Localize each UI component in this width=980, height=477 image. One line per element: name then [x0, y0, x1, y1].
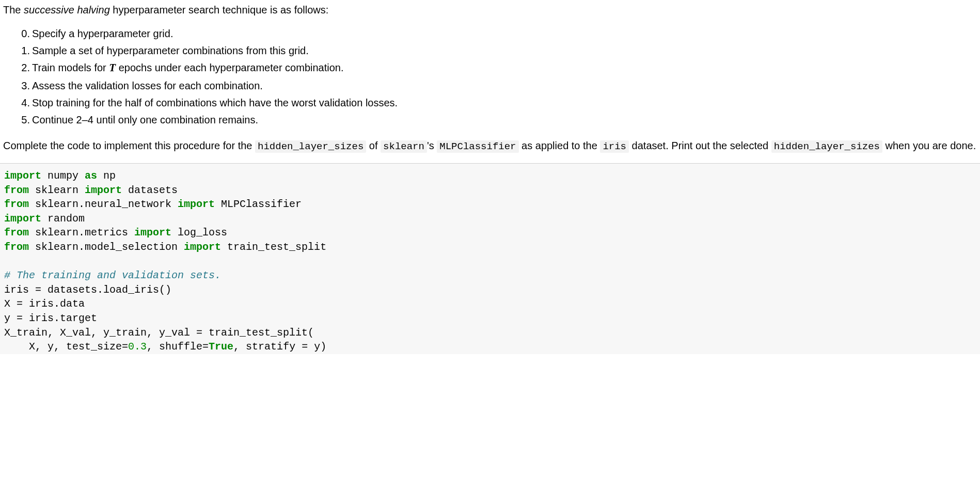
step-item: Continue 2–4 until only one combination …: [32, 112, 977, 128]
keyword: import: [85, 184, 122, 196]
code-text: sklearn.metrics: [29, 227, 134, 239]
step-text: Assess the validation losses for each co…: [32, 80, 263, 91]
text: hyperparameter search technique is as fo…: [110, 4, 329, 15]
code-text: sklearn.neural_network: [29, 198, 178, 210]
code-text: , shuffle=: [147, 341, 209, 353]
code-text: random: [41, 213, 85, 225]
keyword: import: [178, 198, 215, 210]
text: 's: [427, 140, 437, 151]
text: dataset. Print out the selected: [629, 140, 771, 151]
code-line: X_train, X_val, y_train, y_val = train_t…: [4, 327, 314, 339]
step-text: Train models for: [32, 62, 109, 73]
code-text: numpy: [41, 170, 85, 182]
step-text: Specify a hyperparameter grid.: [32, 28, 173, 39]
keyword: as: [85, 170, 97, 182]
text: of: [366, 140, 381, 151]
inline-code: hidden_layer_sizes: [771, 140, 882, 153]
code-text: log_loss: [171, 227, 227, 239]
keyword: import: [4, 170, 41, 182]
keyword: from: [4, 241, 29, 253]
text: Complete the code to implement this proc…: [3, 140, 255, 151]
step-text: Sample a set of hyperparameter combinati…: [32, 45, 309, 56]
step-item: Assess the validation losses for each co…: [32, 78, 977, 93]
code-line: X = iris.data: [4, 298, 85, 310]
keyword: from: [4, 198, 29, 210]
keyword: import: [134, 227, 171, 239]
number-literal: 0.3: [128, 341, 147, 353]
keyword: import: [184, 241, 221, 253]
inline-code: iris: [600, 140, 629, 153]
step-item: Train models for T epochs under each hyp…: [32, 60, 977, 76]
code-text: np: [97, 170, 116, 182]
step-text: epochs under each hyperparameter combina…: [116, 62, 343, 73]
step-item: Stop training for the half of combinatio…: [32, 95, 977, 110]
inline-code: MLPClassifier: [437, 140, 518, 153]
comment: # The training and validation sets.: [4, 269, 221, 281]
text: as applied to the: [519, 140, 600, 151]
task-paragraph: Complete the code to implement this proc…: [3, 138, 977, 154]
keyword: from: [4, 227, 29, 239]
code-block: import numpy as np from sklearn import d…: [0, 163, 980, 354]
inline-code: sklearn: [381, 140, 427, 153]
steps-list: Specify a hyperparameter grid. Sample a …: [3, 26, 977, 128]
math-variable: T: [109, 61, 116, 74]
text: when you are done.: [882, 140, 976, 151]
code-text: datasets: [122, 184, 178, 196]
code-text: sklearn: [29, 184, 85, 196]
code-text: MLPClassifier: [215, 198, 302, 210]
problem-description: The successive halving hyperparameter se…: [3, 2, 977, 154]
inline-code: hidden_layer_sizes: [255, 140, 366, 153]
emphasis: successive halving: [24, 4, 110, 15]
code-text: X, y, test_size=: [4, 341, 128, 353]
code-text: sklearn.model_selection: [29, 241, 184, 253]
step-text: Stop training for the half of combinatio…: [32, 97, 398, 108]
intro-paragraph: The successive halving hyperparameter se…: [3, 2, 977, 18]
keyword: from: [4, 184, 29, 196]
text: The: [3, 4, 24, 15]
step-item: Sample a set of hyperparameter combinati…: [32, 43, 977, 58]
code-text: train_test_split: [221, 241, 326, 253]
step-text: Continue 2–4 until only one combination …: [32, 114, 258, 125]
code-text: , stratify = y): [233, 341, 326, 353]
step-item: Specify a hyperparameter grid.: [32, 26, 977, 41]
keyword: import: [4, 213, 41, 225]
code-line: y = iris.target: [4, 312, 97, 324]
boolean-literal: True: [209, 341, 233, 353]
code-line: iris = datasets.load_iris(): [4, 284, 171, 296]
